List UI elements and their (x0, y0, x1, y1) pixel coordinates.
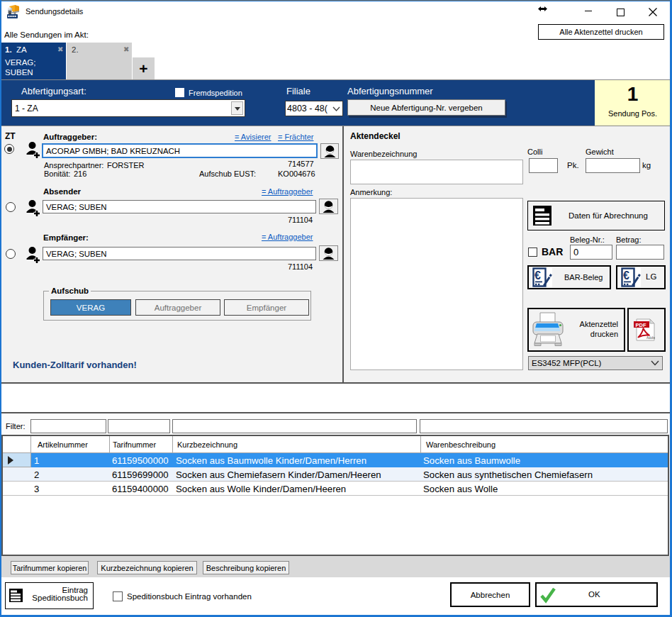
svg-text:€: € (623, 269, 629, 282)
svg-text:€: € (534, 269, 541, 282)
svg-text:PDF: PDF (636, 322, 646, 328)
svg-text:Adobe: Adobe (646, 336, 655, 340)
